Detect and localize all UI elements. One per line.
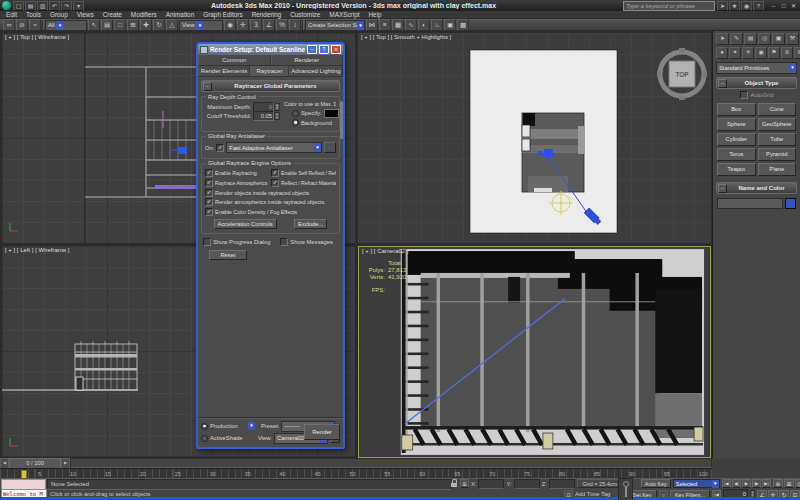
menu-item[interactable]: Animation (166, 11, 194, 18)
z-coordinate-field[interactable] (549, 479, 575, 489)
bind-to-space-warp-icon[interactable]: ≈ (29, 19, 41, 31)
x-coordinate-field[interactable] (478, 479, 504, 489)
collapse-icon[interactable]: − (203, 82, 212, 91)
dialog-scrollbar[interactable] (340, 101, 343, 139)
exclude-button[interactable]: Exclude... (294, 219, 327, 229)
geometry-category[interactable]: ● (716, 47, 728, 59)
specify-radio[interactable] (292, 110, 299, 117)
maximum-depth-spinner[interactable]: 9 ▲▼ (253, 103, 280, 111)
show-progress-checkbox[interactable] (203, 238, 211, 246)
object-type-button[interactable]: Cylinder (717, 133, 756, 146)
goto-end-button[interactable]: ▶| (762, 479, 771, 488)
render-objects-inside-checkbox[interactable] (205, 189, 213, 197)
render-button[interactable]: Render (304, 424, 340, 440)
self-reflect-checkbox[interactable] (271, 169, 279, 177)
object-type-button[interactable]: Box (717, 103, 756, 116)
show-messages-checkbox[interactable] (280, 238, 288, 246)
open-file-icon[interactable]: ▤ (25, 1, 36, 11)
time-slider-left-icon[interactable]: ◀ (0, 458, 9, 469)
zoom-all-icon[interactable]: ⊞ (784, 479, 794, 488)
menu-item[interactable]: Graph Editors (203, 11, 242, 18)
systems-category[interactable]: ⚙ (794, 47, 800, 59)
viewport-label[interactable]: [ + ] [ Left ] [ Wireframe ] (5, 247, 70, 253)
viewport-label[interactable]: [ + ] [ Top ] [ Smooth + Highlights ] (361, 34, 451, 40)
next-frame-button[interactable]: |▶ (752, 479, 761, 488)
percent-snap-icon[interactable]: % (276, 19, 288, 31)
helpers-category[interactable]: ⚑ (768, 47, 780, 59)
collapse-icon[interactable]: − (718, 79, 727, 88)
max-depth-color-swatch[interactable] (324, 109, 339, 118)
select-and-move-icon[interactable]: ✚ (140, 19, 152, 31)
search-go-icon[interactable]: ➤ (717, 1, 728, 11)
selection-set-dropdown[interactable]: Selected ▼ (673, 479, 720, 488)
time-slider-track[interactable] (70, 458, 712, 468)
select-object-icon[interactable]: ↖ (88, 19, 100, 31)
selection-lock-icon[interactable] (450, 479, 458, 488)
primitives-dropdown[interactable]: Standard Primitives ▼ (716, 62, 797, 74)
hierarchy-tab[interactable]: ▤ (744, 33, 757, 45)
goto-start-button[interactable]: |◀ (722, 479, 731, 488)
menu-item[interactable]: Customize (290, 11, 320, 18)
restore-button[interactable]: □ (779, 2, 788, 10)
menu-item[interactable]: Modifiers (131, 11, 157, 18)
play-button[interactable]: ▶ (742, 479, 751, 488)
rollout-raytracer-global-parameters[interactable]: − Raytracer Global Parameters (201, 80, 340, 92)
collapse-icon[interactable]: − (718, 184, 727, 193)
object-type-button[interactable]: Tube (758, 133, 797, 146)
dialog-minimize-button[interactable]: – (307, 45, 317, 54)
reference-coordinate-dropdown[interactable]: View ▼ (179, 20, 223, 31)
select-and-link-icon[interactable]: ∞ (3, 19, 15, 31)
menu-item[interactable]: Edit (6, 11, 17, 18)
tab-advanced-lighting[interactable]: Advanced Lighting (289, 66, 343, 76)
reset-button[interactable]: Reset (209, 250, 247, 260)
viewport-camera[interactable]: [ + ] [ Camera02 ] Total Polys:27,813 Ve… (358, 246, 711, 458)
utilities-tab[interactable]: ⚒ (786, 33, 799, 45)
tab-renderer[interactable]: Renderer (271, 55, 344, 65)
tab-render-elements[interactable]: Render Elements (198, 66, 250, 76)
enable-raytracing-checkbox[interactable] (205, 169, 213, 177)
unlink-selection-icon[interactable]: ⊘ (16, 19, 28, 31)
absolute-mode-icon[interactable]: ⊞ (460, 479, 469, 488)
snap-toggle-icon[interactable]: 3 (250, 19, 262, 31)
object-color-swatch[interactable] (785, 198, 796, 209)
spinner-snap-icon[interactable]: ↕ (289, 19, 301, 31)
modify-tab[interactable]: ✎ (730, 33, 743, 45)
menu-item[interactable]: MAXScript (329, 11, 359, 18)
raytrace-atmospherics-checkbox[interactable] (205, 179, 213, 187)
dialog-help-button[interactable]: ? (319, 45, 329, 54)
named-selection-sets-dropdown[interactable]: Create Selection Se ▼ (305, 20, 365, 31)
object-type-button[interactable]: Teapot (717, 163, 756, 176)
rectangular-selection-icon[interactable]: □ (114, 19, 126, 31)
window-crossing-icon[interactable]: ⊞ (127, 19, 139, 31)
object-type-button[interactable]: Pyramid (758, 148, 797, 161)
antialiaser-on-checkbox[interactable] (216, 144, 224, 152)
prev-frame-button[interactable]: ◀| (732, 479, 741, 488)
tab-common[interactable]: Common (198, 55, 271, 65)
angle-snap-icon[interactable]: ∠ (263, 19, 275, 31)
autogrid-checkbox[interactable] (740, 91, 748, 99)
select-and-scale-icon[interactable]: △ (166, 19, 178, 31)
zoom-extents-icon[interactable]: ◎ (795, 479, 800, 488)
antialiaser-options-button[interactable]: ... (324, 142, 336, 153)
color-density-fog-checkbox[interactable] (205, 208, 213, 216)
selection-filter-dropdown[interactable]: All ▼ (45, 20, 87, 31)
viewport-label[interactable]: [ + ] [ Camera02 ] (362, 248, 409, 254)
use-pivot-center-icon[interactable]: ◉ (224, 19, 236, 31)
time-slider-right-icon[interactable]: ▶ (61, 458, 70, 469)
reflect-material-ids-checkbox[interactable] (271, 179, 279, 187)
align-icon[interactable]: ≡ (379, 19, 391, 31)
rollout-name-and-color[interactable]: − Name and Color (716, 182, 797, 194)
cutoff-threshold-spinner[interactable]: 0.05 ▲▼ (253, 112, 280, 120)
select-by-name-icon[interactable]: ▤ (101, 19, 113, 31)
menu-item[interactable]: Rendering (252, 11, 282, 18)
redo-icon[interactable]: ↷ (61, 1, 72, 11)
antialiaser-dropdown[interactable]: Fast Adaptive Antialiaser ▼ (226, 142, 322, 153)
app-logo-icon[interactable] (2, 1, 11, 10)
menu-item[interactable]: Views (77, 11, 94, 18)
select-and-manipulate-icon[interactable]: ✛ (237, 19, 249, 31)
save-file-icon[interactable]: ▥ (37, 1, 48, 11)
space-warps-category[interactable]: ≋ (781, 47, 793, 59)
auto-key-button[interactable]: Auto Key (641, 479, 671, 488)
dialog-close-button[interactable]: ✕ (331, 45, 341, 54)
create-tab[interactable]: ➤ (716, 33, 729, 45)
